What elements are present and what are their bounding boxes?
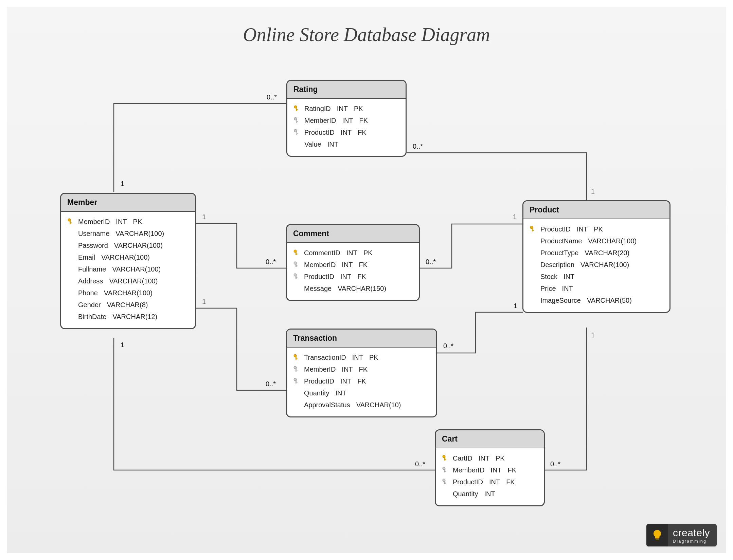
field-type: INT (564, 273, 580, 281)
field-keytype: FK (359, 366, 368, 373)
field-name: MemberID (304, 261, 342, 269)
foreign-key-icon (442, 466, 448, 474)
field-row: Phone VARCHAR(100) (67, 287, 189, 299)
field-row: CartID INT PK (442, 452, 538, 464)
field-type: INT (116, 218, 133, 226)
field-row: Gender VARCHAR(8) (67, 299, 189, 311)
primary-key-icon (67, 218, 73, 226)
field-row: Username VARCHAR(100) (67, 228, 189, 240)
card-member-comment-1: 1 (202, 213, 206, 221)
field-row: CommentID INT PK (293, 247, 413, 259)
field-row: Value INT (293, 138, 399, 150)
field-name: Message (304, 285, 338, 293)
field-name: Username (78, 230, 115, 238)
card-member-cart-many: 0..* (415, 460, 425, 468)
field-name: Quantity (453, 490, 484, 498)
svg-rect-35 (445, 471, 446, 472)
foreign-key-icon (293, 261, 299, 269)
field-keytype: PK (363, 249, 373, 257)
field-row: Quantity INT (442, 488, 538, 500)
foreign-key-icon (293, 377, 299, 385)
field-name: ProductName (540, 237, 588, 245)
field-type: VARCHAR(12) (112, 313, 163, 321)
foreign-key-icon (442, 478, 448, 486)
field-row: ProductID INT FK (442, 476, 538, 488)
field-row: ProductID INT FK (293, 127, 399, 138)
conn-cart-product (545, 328, 587, 470)
field-name: ProductID (304, 129, 341, 136)
field-row: Stock INT (530, 271, 663, 283)
entity-comment[interactable]: Comment CommentID INT PK MemberID INT FK… (286, 224, 420, 301)
field-row: ProductID INT FK (293, 271, 413, 283)
field-type: INT (484, 490, 501, 498)
field-keytype: FK (508, 466, 517, 474)
svg-rect-26 (296, 370, 298, 371)
card-member-rating-1: 1 (121, 180, 124, 188)
field-row: Email VARCHAR(100) (67, 251, 189, 263)
field-name: MemberID (304, 366, 342, 373)
entity-header: Comment (287, 225, 419, 243)
conn-member-transaction (195, 308, 286, 390)
field-type: VARCHAR(150) (338, 285, 392, 293)
conn-member-rating (114, 104, 286, 192)
field-name: MemberID (78, 218, 116, 226)
svg-rect-8 (296, 122, 298, 122)
field-type: INT (562, 285, 579, 293)
entity-body: CommentID INT PK MemberID INT FK Product… (287, 243, 419, 300)
card-member-transaction-many: 0..* (266, 380, 276, 388)
field-keytype: FK (357, 377, 366, 385)
field-type: VARCHAR(100) (104, 289, 159, 297)
primary-key-icon (293, 354, 299, 361)
lightbulb-icon (646, 524, 668, 546)
field-type: INT (342, 261, 359, 269)
field-row: Price INT (530, 283, 663, 295)
entity-header: Cart (436, 430, 544, 448)
field-name: CartID (453, 454, 479, 462)
entity-header: Product (523, 201, 669, 219)
field-name: Fullname (78, 265, 112, 273)
field-row: MemberID INT FK (293, 115, 399, 127)
field-name: Gender (78, 301, 107, 309)
diagram-canvas: Online Store Database Diagram 1 0..* 1 0… (7, 7, 726, 553)
entity-rating[interactable]: Rating RatingID INT PK MemberID INT FK P… (286, 80, 407, 157)
field-name: Password (78, 242, 114, 249)
field-type: INT (327, 141, 344, 148)
field-name: ApprovalStatus (304, 401, 356, 409)
card-comment-product-1: 1 (513, 213, 517, 221)
field-type: VARCHAR(100) (101, 254, 156, 261)
field-row: Message VARCHAR(150) (293, 283, 413, 295)
field-row: RatingID INT PK (293, 103, 399, 115)
entity-transaction[interactable]: Transaction TransactionID INT PK MemberI… (286, 329, 437, 417)
entity-body: ProductID INT PK ProductName VARCHAR(100… (523, 219, 669, 312)
card-cart-product-1: 1 (591, 331, 595, 339)
card-member-comment-many: 0..* (266, 258, 276, 266)
field-type: VARCHAR(100) (114, 242, 169, 249)
card-member-transaction-1: 1 (202, 298, 206, 306)
conn-rating-product (407, 153, 587, 200)
entity-cart[interactable]: Cart CartID INT PK MemberID INT FK Produ… (435, 429, 545, 506)
field-row: Fullname VARCHAR(100) (67, 263, 189, 275)
card-rating-product-many: 0..* (413, 143, 423, 150)
field-name: Stock (540, 273, 564, 281)
entity-product[interactable]: Product ProductID INT PK ProductName VAR… (522, 200, 671, 313)
primary-key-icon (530, 225, 536, 233)
card-comment-product-many: 0..* (426, 258, 436, 266)
svg-rect-32 (445, 459, 446, 460)
entity-header: Member (61, 194, 195, 212)
field-name: Price (540, 285, 562, 293)
field-row: MemberID INT FK (293, 259, 413, 271)
field-row: Address VARCHAR(100) (67, 275, 189, 287)
entity-member[interactable]: Member MemberID INT PK Username VARCHAR(… (60, 193, 196, 329)
entity-body: CartID INT PK MemberID INT FK ProductID … (436, 448, 544, 505)
field-name: RatingID (304, 105, 337, 113)
svg-rect-2 (70, 223, 72, 223)
field-type: VARCHAR(10) (356, 401, 407, 409)
field-row: Description VARCHAR(100) (530, 259, 663, 271)
field-row: Password VARCHAR(100) (67, 240, 189, 251)
field-keytype: PK (133, 218, 142, 226)
card-transaction-product-many: 0..* (443, 342, 453, 350)
field-row: ProductID INT PK (530, 223, 663, 235)
svg-rect-17 (296, 266, 298, 266)
field-name: ProductID (540, 225, 577, 233)
field-name: ImageSource (540, 297, 587, 304)
